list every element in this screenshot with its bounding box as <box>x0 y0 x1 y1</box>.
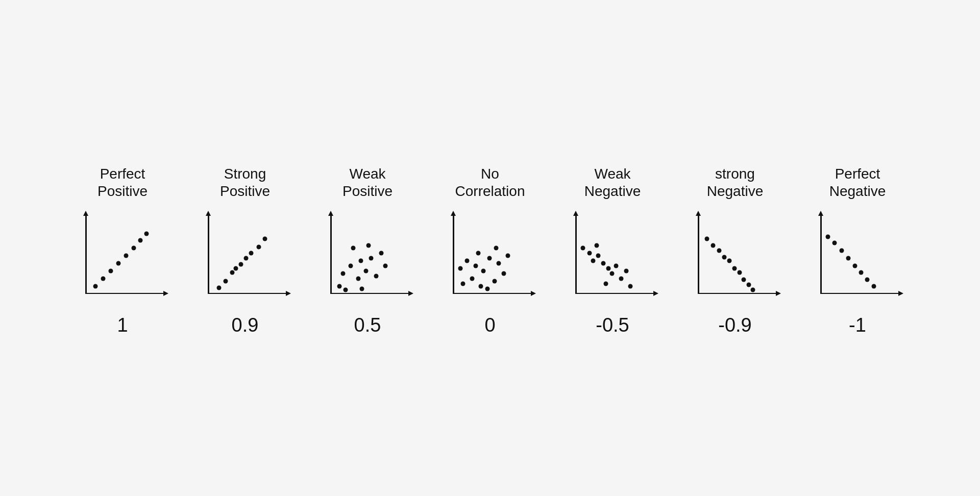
data-point <box>366 243 371 248</box>
chart-area-no-correlation <box>442 211 538 305</box>
data-point <box>614 264 619 268</box>
chart-cell-weak-positive: WeakPositive0.5 <box>306 160 429 336</box>
data-point <box>234 266 238 271</box>
data-point <box>732 266 737 271</box>
chart-value-strong-negative: -0.9 <box>718 314 751 336</box>
data-point <box>846 256 851 261</box>
chart-value-perfect-positive: 1 <box>117 314 128 336</box>
chart-area-weak-negative <box>564 211 661 305</box>
data-point <box>93 284 98 289</box>
data-point <box>470 277 475 281</box>
data-point <box>476 251 481 256</box>
data-point <box>601 261 606 266</box>
data-point <box>359 259 363 263</box>
data-point <box>738 270 742 275</box>
data-point <box>587 251 592 256</box>
chart-value-weak-negative: -0.5 <box>596 314 629 336</box>
data-point <box>230 270 235 275</box>
chart-title-perfect-negative: PerfectNegative <box>829 160 886 206</box>
chart-area-strong-negative <box>687 211 783 305</box>
data-point <box>481 269 486 274</box>
chart-title-perfect-positive: PerfectPositive <box>97 160 148 206</box>
y-axis <box>575 215 577 294</box>
data-point <box>742 278 746 282</box>
data-point <box>494 246 499 251</box>
data-point <box>101 277 106 281</box>
data-point <box>606 266 611 271</box>
data-point <box>610 271 615 276</box>
chart-cell-perfect-positive: PerfectPositive1 <box>61 160 184 336</box>
x-axis <box>698 293 777 294</box>
data-point <box>217 286 222 290</box>
x-axis <box>85 293 164 294</box>
data-point <box>374 274 379 279</box>
y-axis <box>330 215 332 294</box>
data-point <box>502 271 506 276</box>
data-point <box>461 282 465 286</box>
y-axis <box>208 215 209 294</box>
data-point <box>604 282 608 286</box>
chart-value-perfect-negative: -1 <box>849 314 866 336</box>
data-point <box>124 254 129 258</box>
data-point <box>595 243 599 248</box>
data-point <box>351 246 356 251</box>
data-point <box>619 277 624 281</box>
y-axis <box>453 215 454 294</box>
chart-area-weak-positive <box>319 211 416 305</box>
data-point <box>383 264 388 268</box>
data-point <box>727 259 732 263</box>
data-point <box>485 287 490 291</box>
data-point <box>497 261 501 266</box>
data-point <box>832 241 837 245</box>
data-point <box>717 249 722 253</box>
data-point <box>872 284 876 289</box>
data-point <box>487 256 492 261</box>
data-point <box>581 246 585 251</box>
data-point <box>369 256 374 261</box>
chart-area-perfect-positive <box>74 211 171 305</box>
data-point <box>747 283 751 287</box>
chart-area-perfect-negative <box>809 211 906 305</box>
chart-title-strong-negative: strongNegative <box>707 160 764 206</box>
chart-value-weak-positive: 0.5 <box>354 314 381 336</box>
x-axis <box>820 293 899 294</box>
chart-cell-weak-negative: WeakNegative-0.5 <box>551 160 674 336</box>
data-point <box>244 256 249 261</box>
data-point <box>628 284 633 289</box>
x-axis <box>453 293 532 294</box>
data-point <box>132 246 136 251</box>
data-point <box>506 254 510 258</box>
data-point <box>109 269 113 274</box>
data-point <box>364 269 369 274</box>
chart-value-strong-positive: 0.9 <box>232 314 259 336</box>
data-point <box>116 261 121 266</box>
data-point <box>479 284 483 289</box>
chart-title-strong-positive: StrongPositive <box>220 160 270 206</box>
data-point <box>493 279 497 284</box>
main-container: PerfectPositive1StrongPositive0.9WeakPos… <box>0 139 980 357</box>
chart-title-weak-positive: WeakPositive <box>342 160 393 206</box>
data-point <box>379 251 384 256</box>
data-point <box>591 259 596 263</box>
data-point <box>138 238 143 243</box>
data-point <box>263 237 267 241</box>
data-point <box>711 243 716 248</box>
data-point <box>826 235 830 239</box>
x-axis <box>575 293 654 294</box>
data-point <box>865 278 870 282</box>
chart-title-weak-negative: WeakNegative <box>584 160 641 206</box>
data-point <box>722 255 727 260</box>
data-point <box>596 254 601 258</box>
data-point <box>249 251 254 256</box>
chart-cell-no-correlation: NoCorrelation0 <box>429 160 551 336</box>
data-point <box>337 284 342 289</box>
data-point <box>144 232 149 236</box>
data-point <box>859 270 864 275</box>
data-point <box>751 288 755 292</box>
y-axis <box>85 215 87 294</box>
data-point <box>853 264 857 268</box>
x-axis <box>330 293 409 294</box>
x-axis <box>208 293 287 294</box>
chart-cell-strong-negative: strongNegative-0.9 <box>674 160 796 336</box>
data-point <box>840 249 844 253</box>
